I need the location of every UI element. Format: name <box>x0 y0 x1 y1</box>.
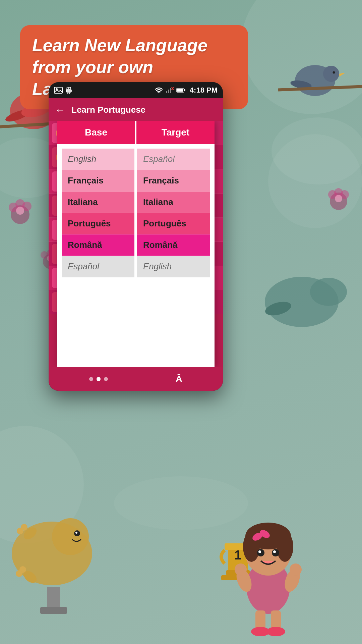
target-lang-italiana[interactable]: Italiana <box>137 192 210 213</box>
svg-rect-92 <box>170 88 171 93</box>
svg-rect-96 <box>184 89 185 91</box>
target-lang-english[interactable]: English <box>137 256 210 277</box>
target-lang-portugues[interactable]: Português <box>137 213 210 234</box>
svg-point-81 <box>67 88 68 89</box>
svg-rect-91 <box>168 90 169 93</box>
svg-rect-79 <box>54 87 62 93</box>
status-bar: 4:18 PM <box>49 82 223 98</box>
target-language-column: Español Français Italiana Português Româ… <box>137 149 210 277</box>
app-title: Learn Portuguese <box>71 105 217 115</box>
signal-icon <box>166 87 174 93</box>
wifi-icon <box>155 87 163 93</box>
target-lang-espanol[interactable]: Español <box>137 149 210 170</box>
target-lang-francais[interactable]: Français <box>137 170 210 192</box>
svg-rect-86 <box>71 90 72 92</box>
base-language-column: English Français Italiana Português Româ… <box>62 149 134 277</box>
nav-dot-1[interactable] <box>89 377 93 381</box>
base-lang-espanol[interactable]: Español <box>62 256 134 277</box>
column-headers: Base Target <box>57 121 215 144</box>
svg-rect-90 <box>166 91 167 93</box>
battery-icon <box>176 88 186 93</box>
base-lang-italiana[interactable]: Italiana <box>62 192 134 213</box>
language-dialog: Base Target English Français Italiana Po… <box>57 121 215 367</box>
svg-point-82 <box>69 88 70 89</box>
image-icon <box>54 87 63 94</box>
status-right: 4:18 PM <box>155 86 218 95</box>
white-content-area <box>57 277 215 367</box>
language-lists: English Français Italiana Português Româ… <box>57 144 215 277</box>
nav-dot-3[interactable] <box>104 377 108 381</box>
svg-rect-87 <box>67 93 68 94</box>
target-column-header: Target <box>136 121 215 144</box>
svg-rect-85 <box>66 90 67 92</box>
nav-dot-2[interactable] <box>97 377 101 381</box>
svg-rect-97 <box>177 89 183 92</box>
nav-dots-container <box>89 377 108 381</box>
svg-point-89 <box>158 92 160 93</box>
base-lang-romana[interactable]: Română <box>62 234 134 256</box>
bottom-nav: Ā <box>49 367 223 391</box>
status-icons-left <box>54 87 72 94</box>
android-icon <box>65 87 72 94</box>
base-column-header: Base <box>57 121 135 144</box>
app-header: ← Learn Portuguese <box>49 98 223 121</box>
base-lang-english[interactable]: English <box>62 149 134 170</box>
back-button[interactable]: ← <box>55 104 65 116</box>
phone-mockup: 4:18 PM ← Learn Portuguese 🍽 > <box>49 82 223 391</box>
bg-decoration-circle3 <box>268 134 362 228</box>
status-time: 4:18 PM <box>190 86 218 95</box>
svg-rect-88 <box>69 93 70 94</box>
target-lang-romana[interactable]: Română <box>137 234 210 256</box>
base-lang-portugues[interactable]: Português <box>62 213 134 234</box>
base-lang-francais[interactable]: Français <box>62 170 134 192</box>
nav-alphabet-button[interactable]: Ā <box>176 374 182 384</box>
